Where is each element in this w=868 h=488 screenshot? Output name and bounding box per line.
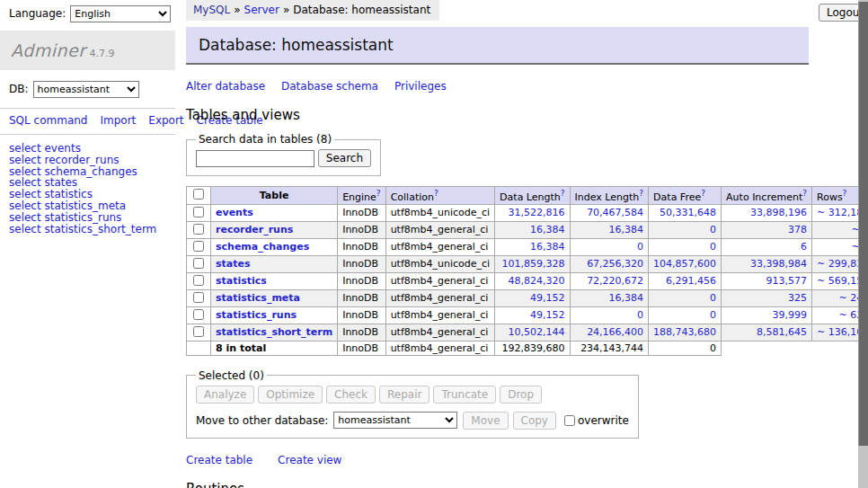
row-checkbox[interactable] <box>193 275 204 286</box>
auto-increment-link[interactable]: 6 <box>801 241 807 253</box>
move-database-select[interactable]: homeassistant <box>333 412 457 429</box>
data-free-link[interactable]: 188,743,680 <box>653 326 716 338</box>
data-free-link[interactable]: 104,857,600 <box>653 258 716 270</box>
table-link[interactable]: statistics <box>216 275 267 287</box>
table-link[interactable]: recorder_runs <box>216 224 293 235</box>
create-table-link[interactable]: Create table <box>186 454 252 466</box>
create-view-link[interactable]: Create view <box>278 454 341 466</box>
data-free-help-link[interactable]: ? <box>701 189 705 198</box>
db-select[interactable]: homeassistant <box>33 81 139 98</box>
data-length-link[interactable]: 49,152 <box>530 292 565 304</box>
overwrite-checkbox[interactable] <box>564 415 575 426</box>
sidebar-item-select-statistics-meta[interactable]: select statistics_meta <box>9 200 166 212</box>
drop-button: Drop <box>500 386 542 404</box>
sidebar-item-select-recorder-runs[interactable]: select recorder_runs <box>9 155 166 166</box>
table-link[interactable]: states <box>216 258 251 270</box>
data-free-link[interactable]: 50,331,648 <box>660 207 716 218</box>
table-link[interactable]: statistics_meta <box>216 292 300 304</box>
total-data-length: 192,839,680 <box>495 341 570 355</box>
index-length-link[interactable]: 16,384 <box>609 292 644 304</box>
index-length-link[interactable]: 70,467,584 <box>587 207 643 218</box>
data-length-link[interactable]: 101,859,328 <box>502 258 565 270</box>
data-length-link[interactable]: 10,502,144 <box>509 326 565 338</box>
data-free-link[interactable]: 0 <box>710 309 716 321</box>
breadcrumb-server-link[interactable]: Server <box>244 4 279 16</box>
table-row: events InnoDB utf8mb4_unicode_ci 31,522,… <box>187 204 868 221</box>
table-link[interactable]: statistics_runs <box>216 309 297 321</box>
index-length-link[interactable]: 16,384 <box>609 224 644 235</box>
privileges-link[interactable]: Privileges <box>394 80 447 93</box>
collation-cell: utf8mb4_general_ci <box>385 238 494 255</box>
table-link[interactable]: schema_changes <box>216 241 309 253</box>
row-checkbox[interactable] <box>193 207 204 217</box>
engine-cell: InnoDB <box>338 255 385 272</box>
app-version: 4.7.9 <box>90 48 115 59</box>
page-title: Database: homeassistant <box>186 27 809 65</box>
data-free-link[interactable]: 6,291,456 <box>666 275 716 287</box>
search-input[interactable] <box>196 150 314 167</box>
auto-increment-link[interactable]: 325 <box>788 292 807 304</box>
auto-increment-link[interactable]: 378 <box>788 224 807 235</box>
data-length-link[interactable]: 16,384 <box>530 241 565 253</box>
breadcrumb-mysql-link[interactable]: MySQL <box>193 4 230 16</box>
table-row: recorder_runs InnoDB utf8mb4_general_ci … <box>187 221 868 238</box>
database-actions: Alter databaseDatabase schemaPrivileges <box>186 80 809 93</box>
row-checkbox[interactable] <box>193 326 204 337</box>
index-length-link[interactable]: 0 <box>637 241 643 253</box>
sidebar-item-select-statistics-runs[interactable]: select statistics_runs <box>9 212 166 224</box>
rows-help-link[interactable]: ? <box>843 189 847 198</box>
row-checkbox[interactable] <box>193 258 204 269</box>
sidebar-item-select-statistics-short-term[interactable]: select statistics_short_term <box>9 224 166 235</box>
engine-help-link[interactable]: ? <box>376 189 381 198</box>
row-checkbox[interactable] <box>193 224 204 235</box>
column-header-engine: Engine? <box>338 187 385 205</box>
table-link[interactable]: events <box>216 207 253 218</box>
collation-help-link[interactable]: ? <box>434 189 438 198</box>
table-link[interactable]: statistics_short_term <box>216 326 332 338</box>
index-length-link[interactable]: 67,256,320 <box>587 258 643 270</box>
analyze-button: Analyze <box>196 386 254 404</box>
search-button[interactable]: Search <box>318 149 371 167</box>
sql-command-link[interactable]: SQL command <box>9 114 87 127</box>
breadcrumb-current: Database: homeassistant <box>293 4 430 16</box>
data-length-link[interactable]: 48,824,320 <box>509 275 565 287</box>
index-length-link[interactable]: 72,220,672 <box>587 275 643 287</box>
sidebar-item-select-events[interactable]: select events <box>9 143 166 155</box>
language-select[interactable]: English <box>70 5 171 22</box>
scrollbar-thumb[interactable] <box>858 2 868 446</box>
language-label: Language: <box>9 7 66 20</box>
table-row: statistics_short_term InnoDB utf8mb4_gen… <box>187 324 868 341</box>
index-length-link[interactable]: 24,166,400 <box>587 326 643 338</box>
data-length-link[interactable]: 31,522,816 <box>509 207 565 218</box>
data-length-link[interactable]: 49,152 <box>530 309 565 321</box>
auto-increment-link[interactable]: 8,581,645 <box>757 326 807 338</box>
data-free-link[interactable]: 0 <box>710 224 716 235</box>
data-free-link[interactable]: 0 <box>710 292 716 304</box>
import-link[interactable]: Import <box>100 114 136 127</box>
vertical-scrollbar[interactable] <box>858 0 868 488</box>
index-length-help-link[interactable]: ? <box>639 189 643 198</box>
auto-increment-help-link[interactable]: ? <box>802 189 807 198</box>
data-length-link[interactable]: 16,384 <box>530 224 565 235</box>
main-content: Database: homeassistant Alter databaseDa… <box>186 20 809 488</box>
export-link[interactable]: Export <box>148 114 183 127</box>
select-all-checkbox[interactable] <box>193 189 204 200</box>
data-length-help-link[interactable]: ? <box>561 189 565 198</box>
row-checkbox[interactable] <box>193 292 204 303</box>
index-length-link[interactable]: 0 <box>637 309 643 321</box>
auto-increment-link[interactable]: 33,898,196 <box>750 207 807 218</box>
alter-database-link[interactable]: Alter database <box>186 80 265 93</box>
db-select-row: DB:homeassistant <box>0 70 175 108</box>
engine-cell: InnoDB <box>338 238 385 255</box>
auto-increment-link[interactable]: 913,577 <box>766 275 808 287</box>
row-checkbox[interactable] <box>193 241 204 252</box>
selected-fieldset: Selected (0) AnalyzeOptimizeCheckRepairT… <box>186 369 639 439</box>
sidebar-table-links: select events select recorder_runs selec… <box>0 135 175 243</box>
auto-increment-link[interactable]: 33,398,984 <box>750 258 807 270</box>
data-free-link[interactable]: 0 <box>710 241 716 253</box>
column-header-collation: Collation? <box>385 187 494 205</box>
auto-increment-link[interactable]: 39,999 <box>773 309 808 321</box>
database-schema-link[interactable]: Database schema <box>281 80 378 93</box>
total-index-length: 234,143,744 <box>570 341 649 355</box>
row-checkbox[interactable] <box>193 309 204 320</box>
